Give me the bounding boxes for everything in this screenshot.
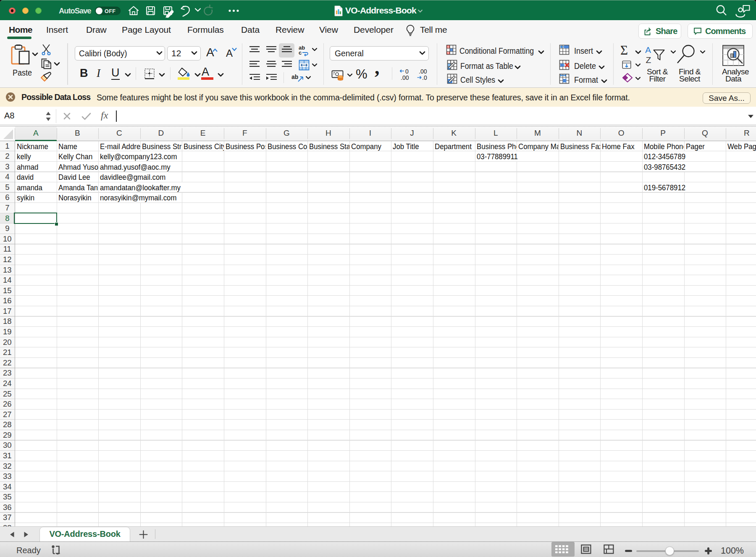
svg-text:A: A [645, 45, 651, 55]
svg-text:.00: .00 [419, 68, 427, 75]
svg-text:.00: .00 [401, 74, 409, 81]
svg-text:c: c [299, 50, 302, 56]
svg-text:Z: Z [646, 55, 651, 65]
svg-text:ab: ab [291, 74, 298, 80]
svg-text:.0: .0 [422, 74, 427, 81]
svg-text:0: 0 [405, 68, 409, 75]
